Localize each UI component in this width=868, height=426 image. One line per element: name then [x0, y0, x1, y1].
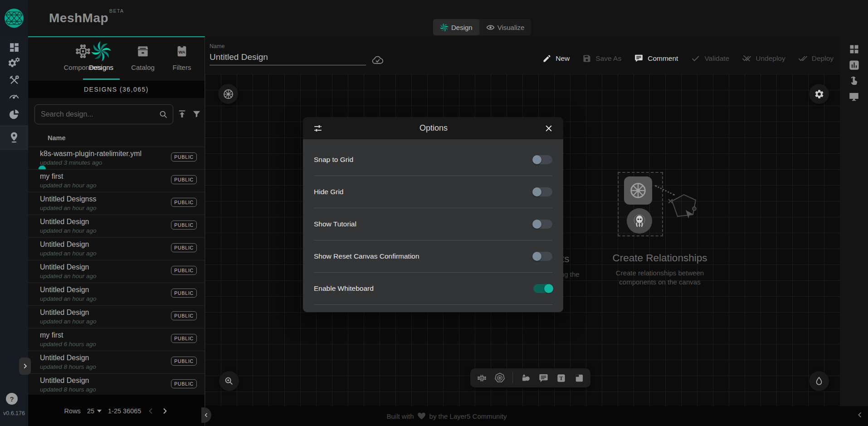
mode-switcher: Design Visualize [433, 19, 531, 35]
tab-visualize[interactable]: Visualize [479, 19, 532, 35]
layer5-logo-icon [4, 8, 24, 28]
nav-extensions[interactable] [0, 105, 28, 122]
canvas-settings-button[interactable] [809, 84, 829, 104]
chevron-left-icon [857, 411, 863, 418]
snap-to-grid-toggle[interactable] [533, 155, 552, 164]
button-label: Comment [648, 54, 678, 63]
display-mode-button[interactable] [840, 91, 868, 103]
design-list-item[interactable]: Untitled Designss updated an hour ago PU… [28, 192, 205, 215]
media-tool-button[interactable] [574, 373, 584, 383]
app-title: MeshMapBETA [49, 11, 124, 25]
comment-icon [634, 54, 644, 63]
design-name: Untitled Design [40, 308, 89, 317]
nav-configuration[interactable] [0, 71, 28, 88]
widgets-panel-button[interactable] [840, 43, 868, 55]
design-list-item[interactable]: Untitled Design updated an hour ago PUBL… [28, 260, 205, 283]
help-label: ? [10, 395, 14, 403]
show-tutorial-toggle[interactable] [533, 220, 552, 229]
tutorial-title: Create Relationships [603, 252, 717, 264]
metrics-panel-button[interactable] [840, 59, 868, 71]
design-list-item[interactable]: Untitled Design updated 8 hours ago PUBL… [28, 373, 205, 396]
deploy-button[interactable]: Deploy [798, 54, 834, 63]
nav-lifecycle[interactable] [0, 54, 28, 71]
tab-label: Filters [173, 64, 191, 71]
comment-button[interactable]: Comment [634, 54, 678, 63]
options-modal-body: Snap to Grid Hide Grid Show Tutorial Sho… [303, 139, 563, 312]
zoom-button[interactable] [219, 371, 239, 391]
footer-bar: Built with by the Layer5 Community [205, 406, 868, 426]
column-header-name: Name [48, 134, 66, 142]
visibility-badge: PUBLIC [171, 152, 197, 162]
design-list-item[interactable]: k8s-wasm-plugin-ratelimiter.yml updated … [28, 147, 205, 169]
validate-button[interactable]: Validate [691, 54, 729, 63]
footer-right-chevron[interactable] [857, 411, 863, 418]
import-design-button[interactable] [177, 109, 187, 119]
kubernetes-icon [629, 181, 647, 200]
shapes-tool-button[interactable] [520, 372, 531, 383]
rows-per-page-select[interactable]: 25 [87, 407, 102, 415]
hide-grid-toggle[interactable] [533, 187, 552, 196]
tutorial-pentagon [666, 188, 702, 225]
panel-tab-filters[interactable]: WA Filters [157, 41, 207, 80]
footer-credit: Built with by the Layer5 Community [387, 406, 507, 426]
footer-suffix: by the Layer5 Community [429, 412, 507, 420]
double-check-icon [798, 54, 808, 63]
design-name: Untitled Designss [40, 195, 97, 203]
design-list-item[interactable]: my first updated 6 hours ago PUBLIC [28, 328, 205, 351]
save-as-button[interactable]: Save As [582, 54, 621, 63]
text-tool-button[interactable]: T [556, 373, 566, 383]
design-list-item[interactable]: Untitled Design updated an hour ago PUBL… [28, 283, 205, 305]
nav-meshmap[interactable] [0, 129, 28, 146]
add-component-button[interactable] [477, 373, 487, 383]
design-name-input[interactable] [210, 51, 366, 65]
tutorial-kubernetes-node [624, 176, 652, 205]
previous-page-button[interactable] [147, 407, 155, 415]
meshmap-spiral-icon [440, 23, 449, 32]
close-button[interactable] [544, 124, 553, 133]
comment-icon [538, 373, 549, 383]
design-name: Untitled Design [40, 354, 89, 362]
chevron-left-icon [204, 412, 209, 418]
help-button[interactable]: ? [6, 393, 18, 405]
visibility-badge: PUBLIC [171, 289, 197, 298]
tab-label: Designs [89, 64, 113, 71]
design-updated: updated 3 minutes ago [40, 159, 102, 166]
image-icon [574, 373, 584, 383]
next-page-button[interactable] [161, 407, 168, 415]
pencil-icon [542, 54, 551, 63]
nav-dashboard[interactable] [0, 39, 28, 56]
comment-tool-button[interactable] [538, 373, 549, 383]
drawer-expand-button[interactable] [19, 357, 31, 375]
interaction-mode-button[interactable] [840, 75, 868, 87]
undeploy-button[interactable]: Undeploy [742, 54, 785, 63]
add-kubernetes-node-button[interactable] [494, 372, 505, 383]
show-reset-canvas-confirmation-toggle[interactable] [533, 252, 552, 261]
nav-performance[interactable] [0, 87, 28, 104]
chevron-right-icon [161, 407, 168, 415]
design-list-item[interactable]: Untitled Design updated 8 hours ago PUBL… [28, 351, 205, 373]
ink-drop-button[interactable] [809, 371, 829, 391]
chevron-right-icon [22, 363, 28, 369]
design-name: Untitled Design [40, 286, 89, 294]
enable-whiteboard-toggle[interactable] [533, 284, 552, 293]
design-list-item[interactable]: Untitled Design updated an hour ago PUBL… [28, 215, 205, 237]
layer5-logo[interactable] [0, 0, 28, 36]
footer-collapse-tab[interactable] [201, 407, 211, 423]
design-list-item[interactable]: my first updated an hour ago PUBLIC [28, 169, 205, 192]
gear-icon [814, 89, 824, 99]
design-list-item[interactable]: Untitled Design updated an hour ago PUBL… [28, 237, 205, 260]
option-label: Show Tutorial [314, 220, 356, 228]
design-list: k8s-wasm-plugin-ratelimiter.yml updated … [28, 147, 205, 396]
design-list-item[interactable]: Untitled Design updated an hour ago PUBL… [28, 305, 205, 328]
new-button[interactable]: New [542, 54, 570, 63]
design-name: Untitled Design [40, 263, 89, 271]
design-updated: updated 8 hours ago [40, 386, 96, 393]
tune-icon [313, 123, 323, 133]
filter-button[interactable] [191, 109, 202, 119]
tab-design[interactable]: Design [433, 19, 479, 35]
search-input[interactable] [35, 105, 173, 124]
search-icon[interactable] [159, 110, 168, 119]
tutorial-squid-node [627, 208, 652, 234]
kubernetes-canvas-button[interactable] [218, 84, 238, 104]
rows-per-page-value: 25 [87, 407, 94, 415]
